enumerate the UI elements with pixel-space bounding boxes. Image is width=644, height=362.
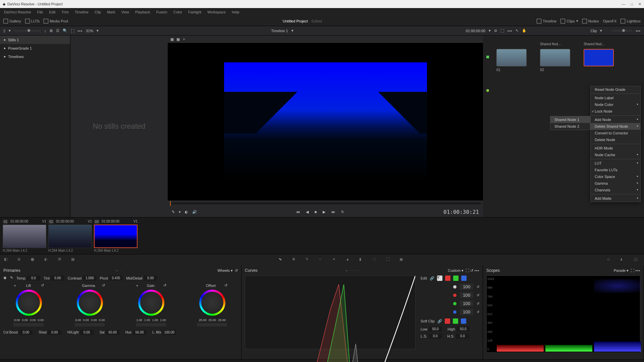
node-zoom-slider[interactable]: [612, 30, 632, 32]
shad-input[interactable]: [48, 330, 61, 335]
curve-editor[interactable]: [245, 276, 416, 349]
nodes-toggle[interactable]: Nodes: [582, 19, 599, 23]
curve-y-input[interactable]: [460, 284, 473, 290]
sc-ls-input[interactable]: [429, 334, 442, 339]
ctx-lock-node[interactable]: Lock Node: [591, 108, 640, 115]
menu-view[interactable]: View: [118, 9, 132, 15]
list-view-icon[interactable]: ☰: [56, 28, 59, 33]
sc-r-button[interactable]: [445, 318, 450, 324]
ctx-gamma[interactable]: Gamma: [591, 180, 640, 187]
gain-picker-icon[interactable]: +: [136, 284, 138, 288]
ctx-hdr-mode[interactable]: HDR Mode: [591, 145, 640, 152]
channel-b-button[interactable]: [461, 276, 467, 281]
y-reset-icon[interactable]: ↺: [477, 285, 479, 289]
scopes-palette-icon[interactable]: ⫰: [621, 257, 627, 263]
gamma-master-slider[interactable]: [75, 323, 105, 326]
channel-y-button[interactable]: Y: [437, 276, 442, 281]
g-reset-icon[interactable]: ↺: [477, 302, 479, 305]
loop-button[interactable]: ↻: [341, 210, 344, 214]
curve-g-input[interactable]: [460, 300, 473, 307]
ctx-add-node[interactable]: Add Node: [591, 116, 640, 123]
lift-wheel[interactable]: [16, 290, 42, 316]
ctx-node-cache[interactable]: Node Cache: [591, 152, 640, 158]
menu-help[interactable]: Help: [229, 9, 242, 15]
offset-reset-icon[interactable]: ↺: [224, 283, 227, 288]
r-reset-icon[interactable]: ↺: [477, 293, 479, 297]
eyedropper-icon[interactable]: ✎: [172, 210, 175, 214]
hue-input[interactable]: [133, 330, 146, 335]
keyframe-icon[interactable]: ◇: [607, 257, 613, 263]
luts-toggle[interactable]: LUTs: [25, 19, 40, 23]
gain-reset-icon[interactable]: ↺: [163, 283, 166, 288]
lift-picker-icon[interactable]: +: [14, 284, 16, 288]
sc-high-input[interactable]: [457, 326, 470, 331]
gallery-tab-timelines[interactable]: ▸Timelines: [0, 52, 70, 61]
gamma-reset-icon[interactable]: ↺: [102, 283, 105, 288]
color-picker-icon[interactable]: ◉: [3, 276, 7, 281]
menu-fusion[interactable]: Fusion: [154, 9, 170, 15]
last-frame-button[interactable]: ⏭: [331, 210, 335, 214]
ctx-fav-luts[interactable]: Favorite LUTs: [591, 167, 640, 173]
sc-hs-input[interactable]: [456, 334, 469, 339]
sat-input[interactable]: [106, 330, 119, 335]
menu-color[interactable]: Color: [171, 9, 185, 15]
node-01[interactable]: 01: [496, 49, 527, 72]
gain-wheel[interactable]: [138, 290, 164, 316]
curve-expand-icon[interactable]: ⛶: [466, 268, 469, 273]
first-frame-button[interactable]: ⏮: [296, 210, 300, 214]
still-slider[interactable]: [14, 30, 41, 32]
middetail-input[interactable]: [144, 276, 157, 281]
ctx-reset-grade[interactable]: Reset Node Grade: [591, 86, 640, 93]
ctx-add-matte[interactable]: Add Matte: [591, 195, 640, 202]
viewer-canvas[interactable]: [168, 43, 483, 200]
wand-icon[interactable]: ✧: [182, 37, 185, 42]
grab-still-icon[interactable]: ▾: [9, 28, 11, 33]
curve-b-input[interactable]: [460, 309, 473, 315]
wipe-icon[interactable]: ◐: [185, 210, 188, 214]
pivot-input[interactable]: [109, 276, 123, 281]
curve-r-input[interactable]: [460, 292, 473, 298]
gallery-tab-powergrade[interactable]: ▸PowerGrade 1: [0, 44, 70, 52]
curves-icon[interactable]: ∿: [279, 257, 285, 263]
hdr-palette-icon[interactable]: ◐: [44, 257, 50, 263]
link-icon[interactable]: 🔗: [430, 276, 434, 281]
split-icon[interactable]: ▦: [176, 37, 180, 42]
clip-02[interactable]: 0201:00:00:00V1 H.264 Main L4.2: [48, 220, 92, 252]
hilight-input[interactable]: [80, 330, 94, 335]
close-button[interactable]: ✕: [638, 2, 641, 6]
ctx-channels[interactable]: Channels: [591, 187, 640, 193]
offset-wheel[interactable]: [199, 290, 225, 316]
node-03-selected[interactable]: Shared Nod...: [584, 49, 614, 66]
3d-icon[interactable]: ▣: [399, 257, 406, 263]
node-02[interactable]: Shared Nod... 02: [540, 49, 570, 72]
gallery-toggle[interactable]: Gallery: [3, 19, 21, 23]
ctx-node-label[interactable]: Node Label: [591, 95, 640, 101]
play-button[interactable]: ▶: [323, 210, 325, 214]
gain-master-slider[interactable]: [136, 323, 166, 326]
temp-input[interactable]: [27, 276, 40, 281]
offset-master-slider[interactable]: [197, 323, 227, 326]
fullscreen-icon[interactable]: ⛶: [500, 29, 504, 33]
playhead-icon[interactable]: [170, 201, 171, 206]
tracking-icon[interactable]: ✦: [332, 257, 338, 263]
highlight-icon[interactable]: ▦: [170, 37, 174, 42]
gallery-tab-stills[interactable]: ▸Stills 1: [0, 36, 70, 44]
menu-workspace[interactable]: Workspace: [205, 9, 228, 15]
softclip-link-icon[interactable]: 🔗: [437, 319, 442, 323]
ctx-delete-shared[interactable]: Delete Shared Node: [591, 123, 640, 130]
info-icon[interactable]: ⓘ: [634, 257, 640, 263]
camera-raw-icon[interactable]: ◧: [4, 257, 10, 263]
submenu-shared-node-2[interactable]: Shared Node 2: [550, 123, 590, 130]
hand-tool-icon[interactable]: ✋: [522, 28, 527, 33]
menu-file[interactable]: File: [35, 9, 46, 15]
menu-clip[interactable]: Clip: [92, 9, 104, 15]
lmix-input[interactable]: [163, 330, 176, 335]
timecode-field[interactable]: 01:00:00:00: [466, 29, 485, 33]
ctx-delete-node[interactable]: Delete Node: [591, 136, 640, 143]
awb-icon[interactable]: ✎: [10, 276, 13, 281]
window-icon[interactable]: ○: [319, 257, 325, 263]
key-icon[interactable]: ⬚: [373, 257, 379, 263]
contrast-input[interactable]: [83, 276, 96, 281]
viewer-options-icon[interactable]: •••: [507, 29, 513, 33]
b-reset-icon[interactable]: ↺: [477, 310, 479, 314]
